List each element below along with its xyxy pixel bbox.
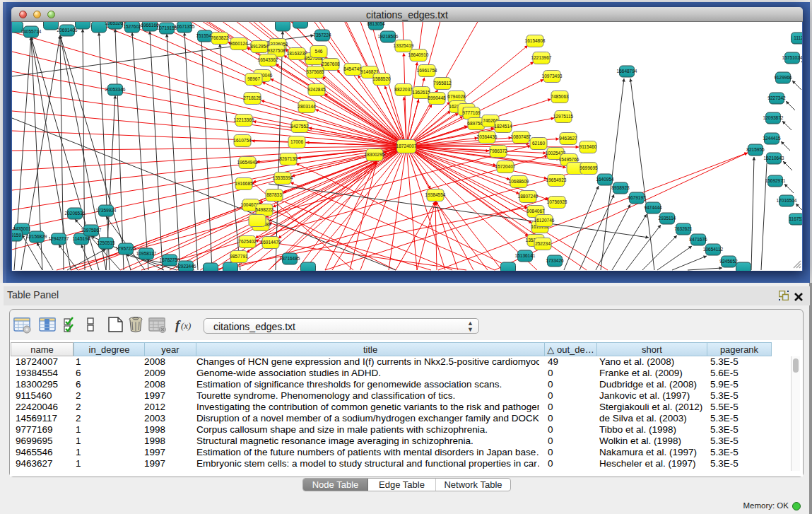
svg-text:1112: 1112 [794, 35, 802, 40]
svg-text:10958117: 10958117 [136, 251, 157, 256]
svg-text:116753: 116753 [789, 216, 802, 221]
svg-text:7625402: 7625402 [238, 239, 257, 244]
svg-text:18807249: 18807249 [518, 194, 539, 199]
svg-text:15495766: 15495766 [559, 157, 579, 162]
svg-text:10807487: 10807487 [511, 134, 531, 139]
svg-text:10973493: 10973493 [542, 74, 563, 78]
svg-text:20364436: 20364436 [477, 134, 498, 139]
svg-text:18724007: 18724007 [396, 144, 417, 148]
svg-text:8912954: 8912954 [250, 44, 269, 49]
svg-text:8215955: 8215955 [746, 147, 765, 152]
svg-text:1610754: 1610754 [233, 138, 252, 143]
svg-text:16210643: 16210643 [764, 156, 784, 160]
svg-text:16648794: 16648794 [617, 69, 637, 74]
svg-text:16120746: 16120746 [534, 218, 555, 223]
svg-text:8990448: 8990448 [428, 95, 446, 100]
svg-text:2803144: 2803144 [298, 104, 316, 109]
svg-text:1916685: 1916685 [235, 181, 253, 186]
svg-text:9474444: 9474444 [644, 205, 662, 210]
svg-text:19654923: 19654923 [546, 177, 567, 182]
svg-text:12942737: 12942737 [49, 236, 69, 241]
svg-text:6679197: 6679197 [628, 195, 646, 200]
svg-text:62160: 62160 [532, 141, 545, 146]
svg-text:1244415: 1244415 [763, 136, 781, 141]
svg-text:15720407: 15720407 [495, 164, 516, 169]
svg-text:9857791: 9857791 [230, 254, 248, 259]
svg-text:10688609: 10688609 [509, 179, 529, 184]
svg-text:8471676: 8471676 [689, 237, 707, 242]
svg-text:16914479: 16914479 [261, 240, 281, 245]
svg-text:9227342: 9227342 [767, 95, 786, 100]
svg-text:8454749: 8454749 [343, 66, 362, 71]
svg-text:17006: 17006 [290, 139, 303, 144]
svg-text:18300295: 18300295 [365, 152, 385, 157]
svg-text:1527602: 1527602 [123, 24, 141, 29]
svg-text:9129966: 9129966 [774, 75, 792, 80]
svg-text:9699695: 9699695 [579, 165, 598, 170]
svg-text:10975867: 10975867 [81, 228, 102, 233]
svg-text:15751024: 15751024 [782, 55, 802, 60]
svg-text:9327508: 9327508 [267, 48, 286, 53]
svg-text:1362615: 1362615 [412, 90, 430, 95]
svg-text:10654112: 10654112 [703, 247, 724, 252]
svg-text:15692971: 15692971 [765, 178, 786, 183]
svg-text:9115460: 9115460 [579, 144, 597, 149]
svg-text:1824514: 1824514 [494, 124, 512, 129]
svg-text:887833: 887833 [266, 192, 282, 197]
svg-text:10671355: 10671355 [175, 24, 195, 29]
svg-text:6794028: 6794028 [447, 94, 466, 99]
svg-text:16961758: 16961758 [417, 68, 437, 73]
svg-text:2367608: 2367608 [322, 62, 340, 66]
svg-text:12923446: 12923446 [176, 264, 196, 269]
svg-text:13535394: 13535394 [273, 175, 293, 180]
svg-text:8822037: 8822037 [394, 87, 413, 92]
svg-text:15136141: 15136141 [515, 253, 536, 258]
svg-text:7632621: 7632621 [674, 226, 693, 231]
svg-text:9463627: 9463627 [559, 136, 577, 141]
svg-text:9084067: 9084067 [526, 209, 545, 214]
svg-text:1640954: 1640954 [596, 177, 614, 182]
svg-text:17016504: 17016504 [777, 198, 797, 203]
svg-text:12093872: 12093872 [763, 115, 784, 120]
svg-text:20691406: 20691406 [57, 28, 78, 33]
svg-text:1588520: 1588520 [372, 76, 391, 81]
svg-text:17359924: 17359924 [96, 208, 117, 213]
svg-text:1250515: 1250515 [97, 240, 115, 245]
svg-text:7663822: 7663822 [211, 35, 229, 40]
svg-text:7955812: 7955812 [433, 81, 452, 86]
svg-text:19384554: 19384554 [425, 192, 446, 197]
svg-text:13325419: 13325419 [394, 43, 414, 48]
svg-text:12156829: 12156829 [27, 234, 47, 239]
svg-text:12213967: 12213967 [531, 55, 552, 60]
svg-text:(x): (x) [181, 320, 191, 331]
svg-text:98967: 98967 [247, 76, 260, 81]
svg-text:546: 546 [315, 49, 323, 54]
svg-text:20206536: 20206536 [65, 211, 86, 216]
svg-text:39159: 39159 [12, 233, 21, 238]
svg-text:8660124: 8660124 [230, 41, 248, 46]
svg-text:19654943: 19654943 [237, 160, 258, 165]
svg-text:7986372: 7986372 [489, 148, 507, 153]
svg-text:3375685: 3375685 [306, 69, 324, 74]
svg-text:16543362: 16543362 [258, 57, 278, 62]
svg-text:8813054: 8813054 [367, 22, 385, 26]
svg-text:9245652: 9245652 [719, 259, 738, 264]
svg-text:13716485: 13716485 [280, 256, 300, 261]
svg-text:8427552: 8427552 [290, 124, 309, 129]
svg-text:f: f [175, 317, 181, 332]
svg-text:1145194: 1145194 [73, 236, 90, 241]
svg-text:8267130: 8267130 [279, 156, 298, 161]
svg-text:7485063: 7485063 [551, 94, 569, 99]
svg-text:10756928: 10756928 [547, 199, 567, 204]
svg-text:7357224: 7357224 [313, 33, 331, 37]
svg-text:1733426: 1733426 [546, 258, 564, 263]
svg-text:5498222: 5498222 [255, 207, 273, 212]
svg-text:12213369: 12213369 [234, 117, 254, 122]
svg-text:16782759: 16782759 [160, 257, 180, 262]
svg-text:14055714: 14055714 [21, 29, 42, 34]
svg-text:9242845: 9242845 [307, 87, 326, 92]
svg-text:20053346: 20053346 [105, 87, 126, 92]
svg-text:18640910: 18640910 [408, 52, 429, 57]
svg-text:18163238: 18163238 [287, 51, 307, 56]
svg-text:2935114: 2935114 [659, 216, 676, 221]
